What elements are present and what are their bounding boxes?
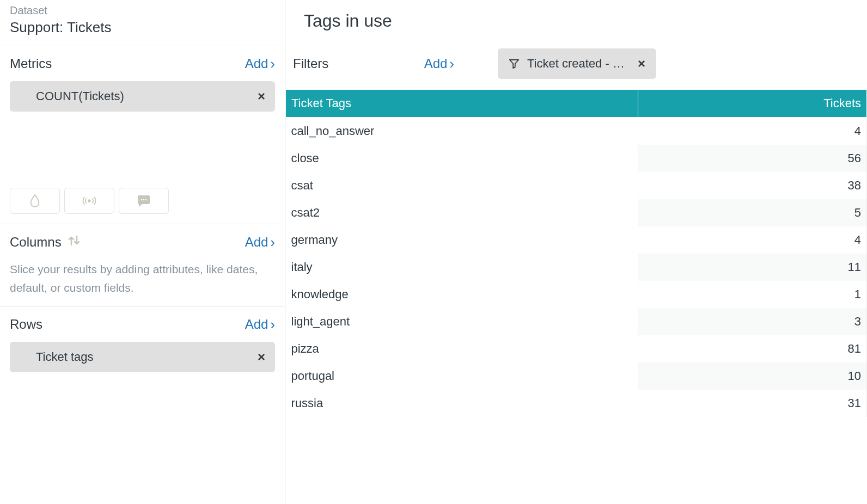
- table-row[interactable]: germany4: [286, 226, 867, 254]
- svg-point-2: [143, 199, 145, 201]
- cell-count: 5: [638, 199, 866, 226]
- svg-point-3: [145, 199, 147, 201]
- table-row[interactable]: russia31: [286, 390, 867, 417]
- add-label: Add: [245, 235, 268, 250]
- broadcast-icon-button[interactable]: [64, 188, 114, 214]
- chevron-right-icon: ›: [270, 235, 275, 249]
- drop-icon: [29, 194, 41, 208]
- cell-tag: close: [286, 145, 638, 172]
- table-row[interactable]: portugal10: [286, 362, 867, 390]
- columns-section: Columns Add › Slice your results by addi…: [0, 224, 285, 307]
- cell-count: 56: [638, 145, 866, 172]
- cell-tag: russia: [286, 390, 638, 417]
- dataset-name: Support: Tickets: [10, 19, 275, 36]
- chevron-right-icon: ›: [270, 317, 275, 331]
- filter-chip[interactable]: Ticket created - … ×: [498, 48, 656, 79]
- cell-count: 4: [638, 118, 866, 145]
- add-label: Add: [424, 56, 448, 71]
- col-header-tickets[interactable]: Tickets: [638, 90, 866, 118]
- filters-title: Filters: [293, 56, 328, 71]
- cell-count: 11: [638, 254, 866, 281]
- sidebar: Dataset Support: Tickets Metrics Add › C…: [0, 0, 285, 504]
- cell-count: 1: [638, 281, 866, 308]
- results-table: Ticket Tags Tickets call_no_answer4close…: [285, 89, 867, 417]
- metrics-icon-toolbar: [10, 188, 275, 214]
- cell-count: 31: [638, 390, 866, 417]
- chevron-right-icon: ›: [449, 57, 454, 71]
- svg-point-0: [88, 200, 90, 202]
- cell-count: 38: [638, 172, 866, 199]
- cell-count: 4: [638, 226, 866, 254]
- main-area: Tags in use Filters Add › Ticket created…: [285, 0, 867, 504]
- filter-chip-label: Ticket created - …: [527, 57, 625, 71]
- metrics-title: Metrics: [10, 56, 52, 71]
- metric-chip-label: COUNT(Tickets): [36, 89, 124, 103]
- add-label: Add: [245, 56, 268, 71]
- cell-tag: csat: [286, 172, 638, 199]
- cell-tag: knowledge: [286, 281, 638, 308]
- cell-tag: germany: [286, 226, 638, 254]
- drop-icon-button[interactable]: [10, 188, 60, 214]
- col-header-tags[interactable]: Ticket Tags: [286, 90, 638, 118]
- dataset-section: Dataset Support: Tickets: [0, 0, 285, 46]
- cell-count: 81: [638, 335, 866, 362]
- cell-tag: light_agent: [286, 308, 638, 335]
- columns-title: Columns: [10, 235, 62, 250]
- table-row[interactable]: light_agent3: [286, 308, 867, 335]
- chevron-right-icon: ›: [270, 57, 275, 71]
- chat-icon-button[interactable]: [119, 188, 169, 214]
- rows-title: Rows: [10, 317, 42, 332]
- table-row[interactable]: csat38: [286, 172, 867, 199]
- cell-count: 3: [638, 308, 866, 335]
- metric-chip-remove[interactable]: ×: [258, 89, 265, 104]
- chat-icon: [137, 194, 151, 207]
- rows-section: Rows Add › Ticket tags ×: [0, 307, 285, 382]
- cell-tag: pizza: [286, 335, 638, 362]
- cell-tag: call_no_answer: [286, 118, 638, 145]
- filter-bar: Filters Add › Ticket created - … ×: [285, 39, 867, 89]
- rows-add-button[interactable]: Add ›: [245, 317, 275, 332]
- filters-add-button[interactable]: Add ›: [424, 56, 454, 71]
- cell-tag: portugal: [286, 362, 638, 390]
- metrics-section: Metrics Add › COUNT(Tickets) ×: [0, 46, 285, 224]
- table-row[interactable]: knowledge1: [286, 281, 867, 308]
- row-chip[interactable]: Ticket tags ×: [10, 342, 275, 372]
- cell-tag: csat2: [286, 199, 638, 226]
- dataset-label: Dataset: [10, 4, 275, 17]
- svg-point-1: [141, 199, 143, 201]
- cell-count: 10: [638, 362, 866, 390]
- filter-chip-remove[interactable]: ×: [638, 56, 645, 71]
- broadcast-icon: [81, 195, 97, 207]
- table-row[interactable]: call_no_answer4: [286, 118, 867, 145]
- cell-tag: italy: [286, 254, 638, 281]
- metric-chip[interactable]: COUNT(Tickets) ×: [10, 81, 275, 112]
- table-row[interactable]: italy11: [286, 254, 867, 281]
- metrics-add-button[interactable]: Add ›: [245, 56, 275, 71]
- report-title: Tags in use: [285, 0, 867, 39]
- add-label: Add: [245, 317, 268, 332]
- row-chip-remove[interactable]: ×: [258, 349, 265, 365]
- columns-description: Slice your results by adding attributes,…: [10, 260, 275, 297]
- filter-icon: [509, 58, 520, 69]
- columns-add-button[interactable]: Add ›: [245, 235, 275, 250]
- row-chip-label: Ticket tags: [36, 350, 94, 364]
- table-row[interactable]: csat25: [286, 199, 867, 226]
- swap-icon[interactable]: [67, 234, 81, 250]
- table-row[interactable]: pizza81: [286, 335, 867, 362]
- table-row[interactable]: close56: [286, 145, 867, 172]
